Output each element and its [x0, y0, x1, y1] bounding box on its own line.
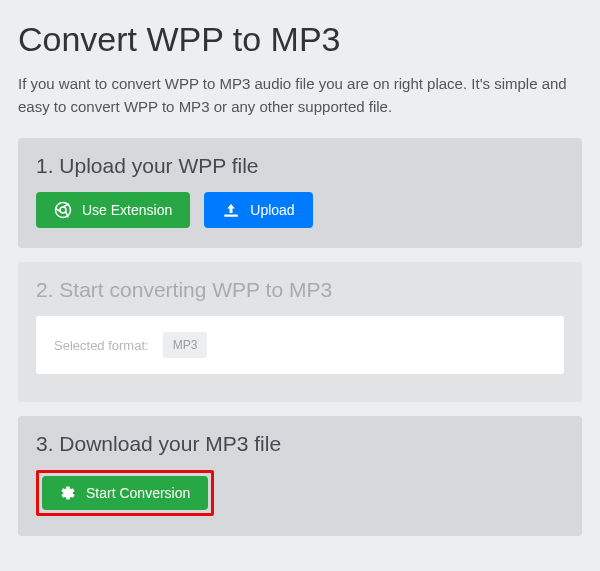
start-conversion-button[interactable]: Start Conversion: [42, 476, 208, 510]
step-3-title: 3. Download your MP3 file: [36, 432, 564, 456]
upload-label: Upload: [250, 202, 294, 218]
page-title: Convert WPP to MP3: [18, 20, 582, 59]
svg-rect-2: [225, 215, 239, 217]
step-3-panel: 3. Download your MP3 file Start Conversi…: [18, 416, 582, 536]
chrome-icon: [54, 201, 72, 219]
highlight-box: Start Conversion: [36, 470, 214, 516]
format-label: Selected format:: [54, 338, 149, 353]
use-extension-label: Use Extension: [82, 202, 172, 218]
step-1-title: 1. Upload your WPP file: [36, 154, 564, 178]
step-2-panel: 2. Start converting WPP to MP3 Selected …: [18, 262, 582, 402]
step-2-title: 2. Start converting WPP to MP3: [36, 278, 564, 302]
upload-icon: [222, 202, 240, 218]
upload-button[interactable]: Upload: [204, 192, 312, 228]
format-value[interactable]: MP3: [163, 332, 208, 358]
gear-icon: [60, 485, 76, 501]
page-description: If you want to convert WPP to MP3 audio …: [18, 73, 582, 118]
format-selector: Selected format: MP3: [36, 316, 564, 374]
use-extension-button[interactable]: Use Extension: [36, 192, 190, 228]
step-1-panel: 1. Upload your WPP file Use Extension Up…: [18, 138, 582, 248]
start-conversion-label: Start Conversion: [86, 485, 190, 501]
